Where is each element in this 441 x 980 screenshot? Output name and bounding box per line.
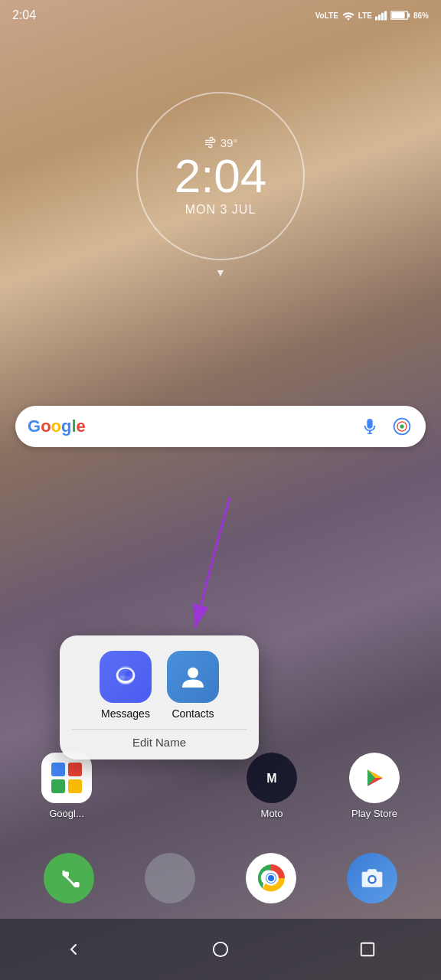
dock-item-chrome[interactable] [246, 853, 296, 903]
svg-point-25 [119, 675, 125, 679]
svg-point-31 [268, 875, 274, 881]
app-item-google[interactable]: Googl... [41, 753, 92, 819]
moto-label: Moto [261, 808, 283, 819]
messages-icon [100, 651, 152, 703]
back-button[interactable] [54, 930, 93, 969]
google-folder-icon [41, 753, 92, 803]
wifi-icon [341, 10, 355, 21]
google-folder-label: Googl... [49, 808, 84, 819]
contacts-label: Contacts [172, 707, 214, 720]
microphone-icon [361, 418, 378, 435]
svg-point-26 [125, 671, 132, 676]
svg-rect-6 [391, 12, 404, 18]
svg-rect-35 [361, 943, 374, 956]
dot-icon [145, 853, 195, 903]
app-item-moto[interactable]: M Moto [247, 753, 297, 819]
svg-rect-0 [375, 17, 377, 21]
folder-edit-name[interactable]: Edit Name [72, 729, 247, 749]
chrome-icon [246, 853, 296, 903]
recents-icon [359, 941, 376, 958]
phone-icon [44, 853, 94, 903]
clock-time: 2:04 [175, 152, 267, 200]
clock-widget: 39° 2:04 MON 3 JUL ▼ [136, 92, 305, 279]
app-item-playstore[interactable]: Play Store [349, 753, 400, 819]
svg-point-10 [400, 424, 403, 428]
playstore-icon [349, 753, 400, 803]
dock-row [0, 853, 441, 903]
back-icon [64, 940, 83, 959]
svg-rect-1 [378, 15, 381, 20]
status-bar: 2:04 VoLTE LTE 86% [0, 0, 441, 31]
svg-rect-5 [408, 13, 410, 17]
camera-icon [347, 853, 397, 903]
battery-icon [390, 10, 410, 21]
svg-point-27 [188, 668, 198, 678]
messages-label: Messages [101, 707, 150, 720]
folder-app-messages[interactable]: Messages [100, 651, 152, 720]
recents-button[interactable] [348, 930, 387, 969]
arrow-annotation [153, 490, 253, 662]
volte-icon: VoLTE [315, 11, 338, 20]
weather-temp: 39° [220, 136, 238, 149]
status-icons: VoLTE LTE 86% [315, 10, 429, 21]
svg-rect-3 [384, 11, 387, 20]
dock-item-dot[interactable] [145, 853, 195, 903]
svg-rect-2 [381, 13, 384, 21]
voice-search-button[interactable] [358, 415, 381, 438]
lte-icon: LTE [358, 11, 372, 20]
app-grid-row: Googl... M Moto Play Store [0, 753, 441, 819]
weather-row: 39° [204, 136, 238, 149]
google-logo: Google [28, 418, 86, 435]
svg-rect-13 [68, 763, 82, 776]
svg-text:M: M [266, 772, 276, 785]
battery-percent: 86% [413, 11, 429, 20]
svg-rect-15 [68, 779, 82, 793]
playstore-label: Play Store [351, 808, 397, 819]
clock-circle: 39° 2:04 MON 3 JUL [136, 92, 305, 260]
lens-search-button[interactable] [390, 415, 413, 438]
svg-rect-14 [51, 779, 65, 793]
dock-item-phone[interactable] [44, 853, 94, 903]
wind-icon [204, 136, 216, 149]
signal-icon [375, 10, 387, 21]
search-bar[interactable]: Google [15, 406, 426, 447]
svg-rect-12 [51, 763, 65, 776]
moto-icon: M [247, 753, 297, 803]
lens-icon [392, 416, 412, 436]
clock-expand-arrow[interactable]: ▼ [215, 266, 226, 279]
status-time: 2:04 [12, 8, 36, 22]
home-icon [212, 941, 229, 958]
svg-point-34 [214, 942, 227, 956]
svg-point-33 [370, 877, 375, 882]
clock-date: MON 3 JUL [185, 203, 256, 217]
nav-bar [0, 919, 441, 980]
search-action-icons [358, 415, 413, 438]
dock-item-camera[interactable] [347, 853, 397, 903]
home-button[interactable] [201, 930, 240, 969]
